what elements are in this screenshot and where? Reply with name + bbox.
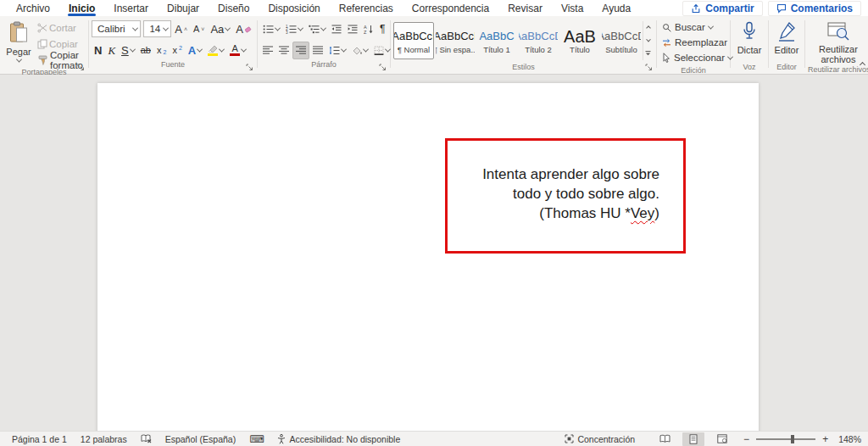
sort-button[interactable]: AZ (361, 20, 376, 38)
grow-font-button[interactable]: A˄ (172, 20, 190, 38)
paste-button[interactable]: Pegar (3, 20, 35, 67)
copy-button[interactable]: Copiar (35, 36, 86, 51)
increase-indent-button[interactable] (345, 20, 360, 38)
styles-gallery-expand[interactable] (643, 47, 654, 60)
tab-insertar[interactable]: Insertar (104, 0, 158, 16)
editor-button[interactable]: Editor (771, 20, 804, 62)
accessibility-status[interactable]: Accesibilidad: No disponible (270, 432, 407, 446)
justify-button[interactable] (310, 42, 326, 59)
borders-icon (374, 46, 384, 55)
cut-button[interactable]: Cortar (35, 20, 86, 35)
tab-referencias[interactable]: Referencias (330, 0, 403, 16)
align-left-button[interactable] (260, 42, 275, 59)
zoom-percentage[interactable]: 148% (830, 434, 861, 444)
style-no-spacing[interactable]: AaBbCcI ¶ Sin espa... (435, 22, 476, 59)
font-color-button[interactable]: A (227, 42, 248, 59)
underline-chevron-icon (130, 46, 136, 52)
font-size-combobox[interactable]: 14 (143, 20, 171, 37)
tab-ayuda[interactable]: Ayuda (593, 0, 640, 16)
style-subtitle[interactable]: AaBbCcD Subtítulo (601, 22, 642, 59)
shrink-font-button[interactable]: A˅ (191, 20, 207, 38)
show-marks-button[interactable]: ¶ (377, 20, 387, 38)
style-normal[interactable]: AaBbCcI ¶ Normal (393, 22, 434, 59)
styles-dialog-launcher[interactable] (644, 63, 654, 72)
dictate-button[interactable]: Dictar (733, 20, 766, 62)
multilevel-list-button[interactable] (306, 20, 328, 38)
bullets-button[interactable] (260, 20, 282, 38)
reuse-files-button[interactable]: Reutilizar archivos (811, 20, 865, 64)
multilevel-list-icon (309, 25, 320, 34)
tab-diseno[interactable]: Diseño (209, 0, 259, 16)
bold-button[interactable]: N (92, 42, 104, 59)
share-button[interactable]: Compartir (682, 1, 762, 16)
decrease-indent-button[interactable] (329, 20, 344, 38)
red-text-box[interactable]: Intenta aprender algo sobre todo y todo … (445, 138, 686, 254)
strikethrough-button[interactable]: ab (138, 42, 153, 59)
page-indicator[interactable]: Página 1 de 1 (5, 432, 74, 446)
italic-button[interactable]: K (105, 42, 118, 59)
microphone-icon (742, 21, 757, 42)
borders-button[interactable] (371, 42, 392, 59)
style-heading1[interactable]: AaBbC Título 1 (476, 22, 517, 59)
clipboard-dialog-launcher[interactable] (76, 63, 86, 72)
zoom-slider[interactable] (756, 438, 815, 440)
web-layout-button[interactable] (711, 432, 733, 446)
numbering-button[interactable]: 123 (283, 20, 305, 38)
zoom-slider-handle[interactable] (791, 435, 794, 443)
change-case-chevron-icon (225, 25, 231, 31)
font-group-label: Fuente (92, 59, 254, 71)
voice-group-label: Voz (733, 62, 765, 74)
tab-archivo[interactable]: Archivo (7, 0, 59, 16)
style-heading2[interactable]: AaBbCcD Título 2 (518, 22, 559, 59)
align-center-button[interactable] (276, 42, 292, 59)
paste-chevron-icon (15, 57, 21, 63)
align-right-button[interactable] (292, 42, 309, 59)
superscript-button[interactable]: x2 (170, 42, 184, 59)
subscript-button[interactable]: x2 (154, 42, 169, 59)
text-line-3: (Thomas HU *Vey) (456, 203, 659, 223)
shading-button[interactable] (349, 42, 370, 59)
styles-scroll-up[interactable] (643, 21, 654, 34)
collapse-ribbon-button[interactable] (860, 55, 865, 70)
tab-correspondencia[interactable]: Correspondencia (403, 0, 498, 16)
tab-inicio[interactable]: Inicio (59, 0, 104, 16)
align-right-icon (296, 46, 306, 54)
line-spacing-button[interactable] (326, 42, 348, 59)
line-spacing-chevron-icon (341, 46, 347, 52)
tab-revisar[interactable]: Revisar (498, 0, 552, 16)
font-dialog-launcher[interactable] (245, 63, 254, 72)
editor-label: Editor (775, 45, 799, 55)
word-count[interactable]: 12 palabras (74, 432, 134, 446)
tab-dibujar[interactable]: Dibujar (158, 0, 209, 16)
paragraph-dialog-launcher[interactable] (378, 63, 387, 72)
proofing-status[interactable] (134, 432, 159, 446)
style-title[interactable]: AaB Título (559, 22, 600, 59)
change-case-button[interactable]: Aa (208, 20, 232, 38)
search-icon (662, 23, 671, 32)
font-family-combobox[interactable]: Calibri (92, 20, 141, 37)
read-mode-button[interactable] (654, 432, 676, 446)
zoom-in-button[interactable]: + (821, 433, 830, 445)
replace-button[interactable]: Reemplazar (659, 35, 727, 50)
print-layout-button[interactable] (682, 432, 704, 446)
find-button[interactable]: Buscar (659, 20, 727, 35)
keyboard-indicator[interactable]: ⌨ (242, 432, 270, 446)
styles-scroll-down[interactable] (643, 34, 654, 47)
document-area[interactable]: Intenta aprender algo sobre todo y todo … (0, 75, 868, 431)
style-heading2-preview: AaBbCcD (518, 28, 559, 45)
clear-formatting-button[interactable]: A (233, 20, 254, 38)
text-effects-button[interactable]: A (186, 42, 204, 59)
document-page[interactable]: Intenta aprender algo sobre todo y todo … (97, 83, 759, 431)
tab-disposicion[interactable]: Disposición (259, 0, 329, 16)
comments-button[interactable]: Comentarios (768, 1, 861, 16)
find-chevron-icon (708, 23, 714, 29)
text-box-content[interactable]: Intenta aprender algo sobre todo y todo … (456, 164, 659, 223)
tab-vista[interactable]: Vista (552, 0, 593, 16)
underline-button[interactable]: S (119, 42, 137, 59)
style-title-preview: AaB (564, 28, 596, 45)
language-indicator[interactable]: Español (España) (159, 432, 242, 446)
zoom-out-button[interactable]: − (742, 433, 751, 445)
highlight-button[interactable] (205, 42, 226, 59)
select-button[interactable]: Seleccionar (659, 50, 727, 65)
focus-mode-button[interactable]: Concentración (558, 432, 642, 446)
